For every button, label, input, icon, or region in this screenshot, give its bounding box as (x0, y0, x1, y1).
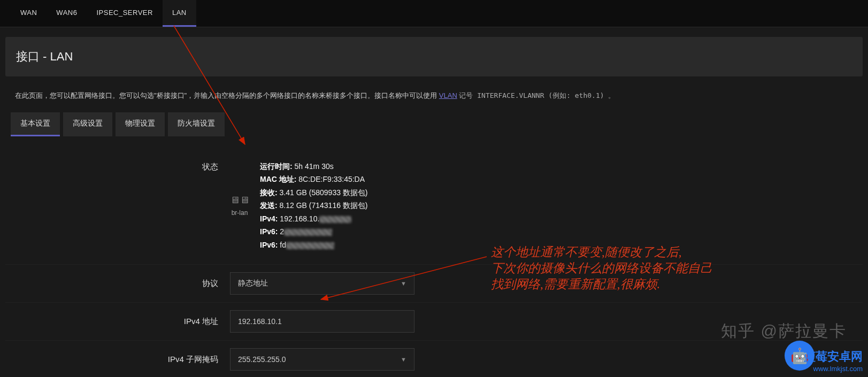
mac-value: 8C:DE:F9:33:45:DA (298, 175, 365, 183)
tab-lan[interactable]: LAN (163, 0, 196, 27)
ipv4-label: IPv4: (260, 214, 278, 223)
tab-wan[interactable]: WAN (11, 0, 47, 27)
interface-tabs: WAN WAN6 IPSEC_SERVER LAN (0, 0, 868, 27)
row-ipv4-address: IPv4 地址 (5, 303, 863, 341)
rx-label: 接收: (260, 188, 278, 197)
chevron-down-icon: ▼ (401, 280, 406, 287)
ipv4-value: 192.168.10. (280, 214, 319, 223)
censored-ipv4-suffix (319, 216, 351, 223)
protocol-value: 静态地址 (238, 279, 268, 288)
protocol-select[interactable]: 静态地址 ▼ (230, 272, 414, 295)
status-label: 状态 (5, 160, 230, 172)
tab-wan6[interactable]: WAN6 (47, 0, 87, 27)
ipv4-address-input[interactable] (230, 310, 414, 333)
bridge-icon: 🖥🖥 (230, 195, 249, 206)
page-title-bar: 接口 - LAN (5, 37, 863, 76)
tab-advanced-settings[interactable]: 高级设置 (63, 112, 112, 136)
tx-label: 发送: (260, 201, 278, 210)
censored-ipv6a (284, 229, 332, 236)
chevron-down-icon: ▼ (401, 356, 406, 363)
row-protocol: 协议 静态地址 ▼ (5, 265, 863, 303)
tab-ipsec-server[interactable]: IPSEC_SERVER (87, 0, 162, 27)
rx-value: 3.41 GB (5809933 数据包) (280, 188, 368, 197)
tab-basic-settings[interactable]: 基本设置 (11, 112, 60, 136)
netmask-select[interactable]: 255.255.255.0 ▼ (230, 348, 414, 371)
mac-label: MAC 地址: (260, 175, 296, 183)
ipv6a-label: IPv6: (260, 227, 278, 236)
desc-text-pre: 在此页面，您可以配置网络接口。您可以勾选"桥接接口"，并输入由空格分隔的多个网络… (15, 91, 439, 99)
form-area: 状态 🖥🖥 br-lan 运行时间: 5h 41m 30s MAC 地址: 8C… (0, 136, 868, 377)
ipv6a-prefix: 2 (280, 227, 284, 236)
tab-physical-settings[interactable]: 物理设置 (116, 112, 165, 136)
row-status: 状态 🖥🖥 br-lan 运行时间: 5h 41m 30s MAC 地址: 8C… (5, 147, 863, 265)
page-description: 在此页面，您可以配置网络接口。您可以勾选"桥接接口"，并输入由空格分隔的多个网络… (0, 86, 868, 112)
interface-name: br-lan (230, 209, 249, 217)
tx-value: 8.12 GB (7143116 数据包) (280, 201, 368, 210)
uptime-label: 运行时间: (260, 162, 293, 171)
ipv4-address-label: IPv4 地址 (5, 317, 230, 327)
netmask-value: 255.255.255.0 (238, 355, 286, 364)
status-lines: 运行时间: 5h 41m 30s MAC 地址: 8C:DE:F9:33:45:… (260, 160, 368, 252)
ipv6b-prefix: fd (280, 241, 286, 249)
status-block: 🖥🖥 br-lan 运行时间: 5h 41m 30s MAC 地址: 8C:DE… (230, 160, 368, 252)
page-title: 接口 - LAN (16, 49, 852, 65)
desc-text-post: 记号 INTERFACE.VLANNR (例如: eth0.1) 。 (459, 91, 615, 99)
netmask-label: IPv4 子网掩码 (5, 355, 230, 365)
ipv6b-label: IPv6: (260, 241, 278, 249)
row-netmask: IPv4 子网掩码 255.255.255.0 ▼ (5, 341, 863, 377)
vlan-link[interactable]: VLAN (439, 91, 457, 99)
settings-tabs: 基本设置 高级设置 物理设置 防火墙设置 (0, 112, 868, 136)
interface-badge: 🖥🖥 br-lan (230, 195, 249, 217)
protocol-label: 协议 (5, 279, 230, 289)
uptime-value: 5h 41m 30s (295, 162, 334, 171)
censored-ipv6b (286, 242, 334, 249)
tab-firewall-settings[interactable]: 防火墙设置 (168, 112, 225, 136)
